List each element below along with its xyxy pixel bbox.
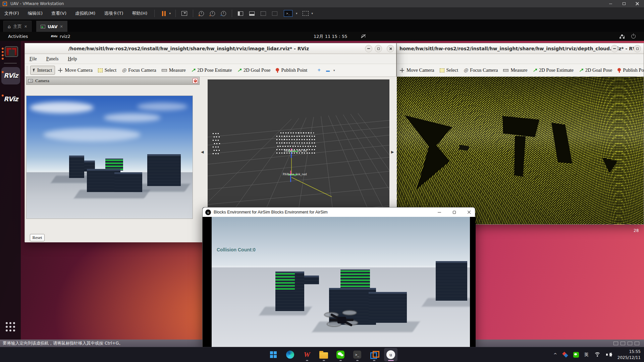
suspend-vm-button[interactable]	[162, 11, 166, 16]
activities-button[interactable]: Activities	[8, 34, 28, 39]
file-explorer-icon[interactable]	[317, 348, 330, 361]
menu-tabs[interactable]: 选项卡(T)	[100, 7, 127, 19]
unreal-engine-icon[interactable]: u	[384, 348, 397, 361]
toolbar-drag-handle[interactable]	[26, 66, 28, 75]
console-caret-icon[interactable]: ▾	[296, 12, 298, 15]
menu-edit[interactable]: 编辑(E)	[23, 7, 47, 19]
tool-2d-pose-estimate[interactable]: ↗2D Pose Estimate	[189, 66, 235, 74]
vmware-taskbar-icon[interactable]	[367, 348, 381, 361]
suspend-caret-icon[interactable]: ▾	[169, 12, 171, 15]
vmware-close-button[interactable]	[631, 0, 644, 7]
maximize-button[interactable]	[447, 207, 461, 217]
network-device-icon[interactable]	[628, 342, 632, 345]
menu-vm[interactable]: 虚拟机(M)	[71, 7, 100, 19]
tab-home[interactable]: ⌂ 主页 ✕	[3, 21, 32, 32]
menu-help[interactable]: Help	[63, 56, 82, 62]
tool-2d-pose-estimate[interactable]: ↗2D Pose Estimate	[530, 66, 576, 74]
tray-language-indicator[interactable]: 英	[584, 352, 589, 358]
manage-snapshots-icon[interactable]: ~	[221, 11, 226, 16]
drone	[325, 310, 358, 331]
reset-button[interactable]: Reset	[30, 234, 45, 241]
tool-2d-goal-pose[interactable]: ↗2D Goal Pose	[234, 66, 273, 74]
vmware-minimize-button[interactable]	[604, 0, 617, 7]
tool-2d-goal-pose[interactable]: ↗2D Goal Pose	[576, 66, 615, 74]
tool-measure[interactable]: Measure	[159, 66, 189, 74]
start-button[interactable]	[267, 348, 280, 361]
tab-close-icon[interactable]: ✕	[60, 24, 63, 29]
menu-file[interactable]: 文件(F)	[0, 7, 23, 19]
airsim-viewport[interactable]: Collision Count:0	[203, 217, 476, 347]
tool-select[interactable]: Select	[437, 66, 461, 74]
edge-icon[interactable]	[283, 348, 297, 361]
scene-box	[436, 261, 467, 301]
fit-caret-icon[interactable]: ▾	[311, 12, 313, 15]
tool-focus-camera[interactable]: ◎Focus Camera	[461, 66, 500, 74]
tab-close-icon[interactable]: ✕	[24, 24, 27, 29]
tray-clock[interactable]: 15:55 2025/12/11	[618, 349, 641, 361]
topbar-clock[interactable]: 12月 11 15：55	[314, 34, 347, 40]
close-button[interactable]	[387, 45, 394, 52]
maximize-button[interactable]	[375, 45, 382, 52]
show-applications-button[interactable]	[5, 321, 16, 333]
rviz-image-title: /home/hw/sitl/hw-ros2/ros2/install/hw_in…	[25, 46, 353, 51]
pan-right-icon[interactable]: ▶	[391, 150, 394, 154]
tab-uav[interactable]: ▶ UAV ✕	[36, 21, 67, 32]
camera-panel-close-button[interactable]: ✕	[193, 78, 198, 83]
tool-focus-camera[interactable]: ◎Focus Camera	[119, 66, 159, 74]
focused-app-indicator[interactable]: RViz rviz2	[51, 34, 70, 39]
camera-image-view[interactable]	[26, 96, 193, 219]
remove-tool-button[interactable]: ▬▾	[323, 67, 340, 74]
terminal-icon[interactable]: >_	[351, 348, 364, 361]
tool-measure[interactable]: Measure	[500, 66, 530, 74]
rviz-dock-icon[interactable]: RViz	[3, 94, 19, 104]
tool-interact[interactable]: Interact	[30, 66, 55, 75]
wifi-icon[interactable]	[594, 352, 601, 357]
vmware-maximize-button[interactable]	[617, 0, 631, 7]
notifications-muted-icon[interactable]	[361, 34, 365, 39]
minimize-button[interactable]	[611, 45, 618, 52]
take-snapshot-icon[interactable]: +	[199, 11, 204, 16]
cd-device-icon[interactable]	[621, 342, 625, 345]
rviz-mini-icon: RViz	[51, 35, 57, 38]
wechat-icon[interactable]	[334, 348, 347, 361]
fullscreen-icon[interactable]	[261, 11, 266, 16]
console-view-button[interactable]: >_	[284, 10, 292, 17]
add-tool-button[interactable]: +	[315, 66, 323, 75]
tool-publish-point[interactable]: Publish Point	[273, 66, 310, 74]
power-icon[interactable]	[631, 34, 636, 39]
menu-help[interactable]: 帮助(H)	[128, 7, 152, 19]
tool-select[interactable]: Select	[95, 66, 119, 74]
pan-left-icon[interactable]: ◀	[201, 150, 204, 154]
camera-panel-header[interactable]: Camera ✕	[26, 77, 200, 85]
fit-guest-icon[interactable]	[303, 11, 309, 16]
scene-box	[304, 276, 319, 284]
tray-wechat-icon[interactable]	[573, 352, 579, 358]
sound-device-icon[interactable]	[635, 342, 639, 345]
minimize-button[interactable]	[433, 207, 446, 217]
menu-file[interactable]: File	[25, 56, 42, 62]
tool-move-camera[interactable]: Move Camera	[55, 66, 95, 74]
tray-expand-icon[interactable]: ^	[553, 352, 557, 357]
hdd-device-icon[interactable]	[613, 342, 618, 345]
show-thumbnail-bar-icon[interactable]	[249, 11, 255, 16]
tool-publish-point[interactable]: Publish Point	[615, 66, 644, 74]
unity-mode-icon[interactable]	[272, 11, 277, 16]
rviz-dock-icon-focused[interactable]: RViz	[3, 70, 19, 80]
tray-wps-icon[interactable]	[562, 352, 568, 357]
close-button[interactable]	[462, 207, 476, 217]
send-ctrl-alt-del-icon[interactable]	[181, 11, 187, 16]
menu-view[interactable]: 查看(V)	[47, 7, 71, 19]
tool-move-camera[interactable]: Move Camera	[397, 66, 437, 74]
menu-panels[interactable]: Panels	[42, 56, 63, 62]
network-icon[interactable]	[620, 35, 625, 39]
terminator-dock-icon[interactable]	[5, 46, 18, 57]
maximize-button[interactable]	[634, 45, 641, 52]
rviz-depth-window: home/hw/sitl/hw-ros2/ros2/install/hw_ins…	[396, 43, 644, 225]
speaker-icon[interactable]	[606, 352, 612, 357]
wps-icon[interactable]: W	[300, 348, 314, 361]
revert-snapshot-icon[interactable]: ◂	[210, 11, 215, 16]
depth-cloud-view[interactable]	[397, 77, 644, 224]
vmware-window-title: UAV - VMware Workstation	[10, 1, 64, 6]
show-library-icon[interactable]	[238, 11, 243, 16]
minimize-button[interactable]	[365, 45, 372, 52]
